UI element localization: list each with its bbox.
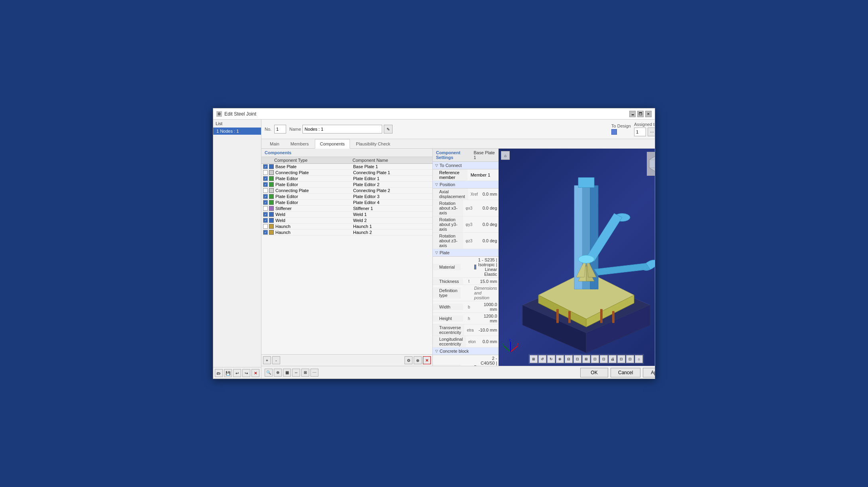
viewer-btn-1[interactable]: ⊞ <box>530 355 538 363</box>
to-connect-header[interactable]: ▽ To Connect <box>433 162 499 169</box>
cancel-button[interactable]: Cancel <box>611 368 640 377</box>
assigned-input[interactable] <box>634 128 646 136</box>
viewer-btn-11[interactable]: ⊡ <box>617 355 625 363</box>
assigned-edit-btn[interactable]: ⋯ <box>648 128 655 136</box>
bottom-tool-2[interactable]: ⊕ <box>274 369 282 377</box>
maximize-button[interactable]: 🗖 <box>637 111 644 117</box>
comp-remove-btn[interactable]: - <box>272 356 280 364</box>
comp-checkbox[interactable]: ✓ <box>263 194 268 199</box>
apply-button[interactable]: Apply <box>643 368 655 377</box>
comp-row[interactable]: Stiffener Stiffener 1 <box>261 206 432 212</box>
bottom-tool-4[interactable]: ↔ <box>292 369 300 377</box>
comp-checkbox[interactable]: ✓ <box>263 200 268 205</box>
bottom-tool-3[interactable]: ▦ <box>283 369 291 377</box>
svg-rect-7 <box>568 311 571 323</box>
comp-row[interactable]: Haunch Haunch 1 <box>261 224 432 230</box>
comp-copy-btn[interactable]: ⊕ <box>414 356 422 364</box>
tab-plausibility[interactable]: Plausibility Check <box>351 139 395 148</box>
prop-name: Definition type <box>433 287 461 298</box>
bottom-tool-6[interactable]: ⋯ <box>310 369 318 377</box>
bottom-tool-5[interactable]: ⊞ <box>301 369 309 377</box>
viewer-btn-10[interactable]: 🖨 <box>609 355 617 363</box>
comp-row[interactable]: ✓ Base Plate Base Plate 1 <box>261 164 432 170</box>
close-button[interactable]: ✕ <box>645 111 652 117</box>
tab-components[interactable]: Components <box>315 139 350 149</box>
prop-row: Rotation about x3-axis φx3 0.0 deg <box>433 200 499 216</box>
titlebar-controls[interactable]: 🗕 🗖 ✕ <box>629 111 652 117</box>
undo-btn[interactable]: ↩ <box>233 369 241 377</box>
prop-value[interactable]: 0.0 deg <box>475 238 499 244</box>
comp-row[interactable]: ✓ Weld Weld 2 <box>261 218 432 224</box>
prop-value[interactable]: 15.0 mm <box>475 278 499 285</box>
prop-value[interactable]: 1200.0 mm <box>475 313 499 324</box>
prop-value[interactable]: 0.0 mm <box>480 191 499 197</box>
viewer-btn-3[interactable]: ↻ <box>547 355 555 363</box>
prop-row: Longitudinal eccentricity elon 0.0 mm <box>433 336 499 348</box>
prop-value[interactable]: 0.0 deg <box>475 205 499 211</box>
comp-checkbox[interactable] <box>263 206 268 211</box>
comp-row[interactable]: Connecting Plate Connecting Plate 2 <box>261 188 432 194</box>
prop-row: Rotation about z3-axis φz3 0.0 deg <box>433 233 499 249</box>
concrete-header[interactable]: ▽ Concrete block <box>433 348 499 355</box>
comp-checkbox[interactable] <box>263 188 268 193</box>
no-input[interactable] <box>274 125 286 134</box>
comp-add-btn[interactable]: + <box>263 356 271 364</box>
comp-checkbox[interactable]: ✓ <box>263 230 268 235</box>
position-rows: Axial displacement Xref 0.0 mm Rotation … <box>433 189 499 249</box>
prop-value[interactable]: 0.0 deg <box>475 221 499 228</box>
redo-btn[interactable]: ↪ <box>242 369 250 377</box>
prop-value[interactable]: 0.0 mm <box>478 338 499 345</box>
comp-checkbox[interactable] <box>263 224 268 229</box>
comp-row[interactable]: ✓ Plate Editor Plate Editor 1 <box>261 176 432 182</box>
collapse-icon-plate: ▽ <box>435 251 438 255</box>
name-input[interactable] <box>302 125 382 134</box>
prop-value[interactable]: 1 - S235 | Isotropic | Linear Elastic <box>473 257 499 277</box>
comp-row[interactable]: Connecting Plate Connecting Plate 1 <box>261 170 432 176</box>
comp-row[interactable]: ✓ Plate Editor Plate Editor 2 <box>261 182 432 188</box>
prop-symbol: etra <box>464 328 476 332</box>
edit-name-btn[interactable]: ✎ <box>384 125 393 134</box>
viewer-btn-home[interactable]: ⌂ <box>635 355 643 363</box>
prop-value[interactable]: 2 - C40/50 | Isotropic | Linear Elastic <box>473 355 499 366</box>
open-btn[interactable]: 🗁 <box>215 369 223 377</box>
comp-checkbox[interactable]: ✓ <box>263 182 268 187</box>
comp-checkbox[interactable]: ✓ <box>263 176 268 181</box>
comp-settings-btn[interactable]: ⚙ <box>405 356 412 364</box>
tab-members[interactable]: Members <box>285 139 314 148</box>
nav-cube[interactable]: Top <box>647 152 655 176</box>
prop-value[interactable]: -10.0 mm <box>476 327 499 333</box>
comp-checkbox[interactable]: ✓ <box>263 212 268 217</box>
plate-header[interactable]: ▽ Plate <box>433 249 499 257</box>
prop-row: Transverse eccentricity etra -10.0 mm <box>433 324 499 336</box>
comp-checkbox[interactable]: ✓ <box>263 164 268 169</box>
comp-type: Haunch <box>275 224 353 229</box>
to-design-checkbox[interactable] <box>611 129 617 135</box>
viewer-home-btn[interactable]: ⌂ <box>501 151 510 160</box>
comp-row[interactable]: ✓ Plate Editor Plate Editor 3 <box>261 194 432 200</box>
prop-row: Height h 1200.0 mm <box>433 313 499 324</box>
prop-value[interactable]: 1000.0 mm <box>475 301 499 312</box>
bottom-tool-1[interactable]: 🔍 <box>265 369 273 377</box>
minimize-button[interactable]: 🗕 <box>629 111 636 117</box>
viewer-btn-12[interactable]: ⊡ <box>626 355 634 363</box>
viewer-btn-2[interactable]: ↺ <box>538 355 546 363</box>
viewer-btn-5[interactable]: ⊟ <box>565 355 573 363</box>
save-btn[interactable]: 💾 <box>224 369 232 377</box>
list-item[interactable]: 1 Nodes : 1 <box>213 128 261 135</box>
comp-row[interactable]: ✓ Weld Weld 1 <box>261 212 432 218</box>
position-header[interactable]: ▽ Position <box>433 181 499 189</box>
comp-row[interactable]: ✓ Haunch Haunch 2 <box>261 230 432 236</box>
viewer-btn-4[interactable]: ⊕ <box>556 355 564 363</box>
delete-btn[interactable]: ✕ <box>251 369 259 377</box>
comp-checkbox[interactable] <box>263 170 268 175</box>
viewer-btn-8[interactable]: ⊡ <box>591 355 599 363</box>
tab-main[interactable]: Main <box>265 139 285 148</box>
viewer-btn-6[interactable]: ⊡ <box>573 355 581 363</box>
viewer-btn-9[interactable]: ⊡ <box>600 355 608 363</box>
ok-button[interactable]: OK <box>580 368 608 377</box>
viewer-btn-7[interactable]: ⊞ <box>582 355 590 363</box>
prop-name: Thickness <box>433 278 463 285</box>
comp-row[interactable]: ✓ Plate Editor Plate Editor 4 <box>261 200 432 206</box>
comp-delete-btn[interactable]: ✕ <box>423 356 431 364</box>
comp-checkbox[interactable]: ✓ <box>263 218 268 223</box>
